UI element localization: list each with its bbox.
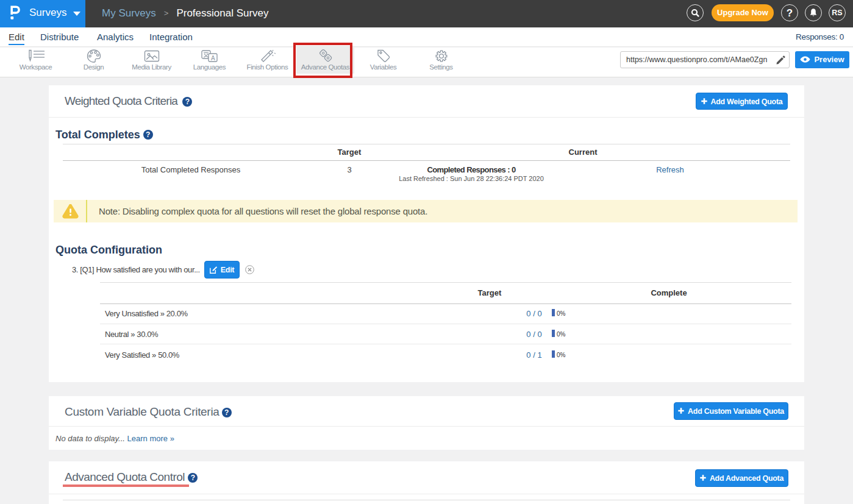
svg-text:A: A	[211, 55, 215, 62]
